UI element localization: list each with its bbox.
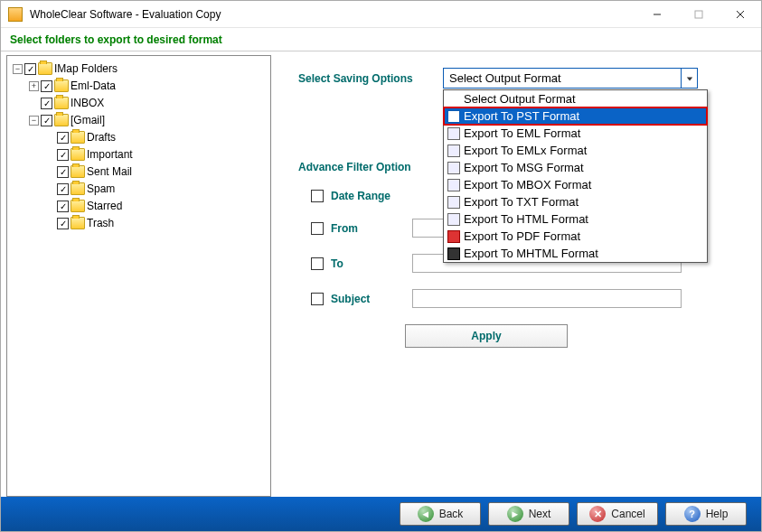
- collapse-icon[interactable]: −: [29, 116, 39, 126]
- spacer: [29, 98, 39, 108]
- tree-item-gmail[interactable]: − ✓ [Gmail]: [29, 112, 267, 128]
- checkbox[interactable]: ✓: [41, 98, 52, 109]
- app-icon: [8, 7, 23, 22]
- folder-icon: [71, 217, 85, 229]
- folder-icon: [38, 62, 52, 75]
- help-icon: ?: [684, 506, 701, 522]
- checkbox[interactable]: ✓: [57, 132, 69, 144]
- folder-icon: [71, 182, 85, 195]
- checkbox[interactable]: ✓: [57, 149, 69, 161]
- option-msg[interactable]: Export To MSG Format: [444, 159, 707, 176]
- eml-icon: [447, 127, 460, 140]
- emlx-icon: [447, 145, 460, 157]
- collapse-icon[interactable]: −: [13, 64, 23, 74]
- titlebar: WholeClear Software - Evaluation Copy: [1, 1, 761, 28]
- option-pst[interactable]: Export To PST Format: [444, 107, 707, 125]
- output-format-dropdown[interactable]: Select Output Format Export To PST Forma…: [443, 89, 708, 263]
- folder-tree-panel[interactable]: − ✓ IMap Folders + ✓ Eml-Data: [6, 55, 271, 497]
- folder-icon: [54, 79, 69, 92]
- back-button[interactable]: ◄Back: [400, 502, 481, 526]
- msg-icon: [447, 162, 460, 174]
- folder-icon: [71, 131, 85, 144]
- cancel-icon: ✕: [589, 506, 606, 522]
- tree-item-starred[interactable]: ✓Starred: [45, 198, 267, 214]
- tree-item-inbox[interactable]: ✓ INBOX: [29, 95, 267, 111]
- svg-rect-1: [695, 11, 702, 18]
- svg-marker-4: [686, 77, 691, 80]
- chevron-down-icon[interactable]: [681, 69, 697, 88]
- txt-icon: [447, 196, 460, 209]
- from-label: From: [331, 222, 412, 235]
- window-title: WholeClear Software - Evaluation Copy: [30, 8, 636, 21]
- next-icon: ►: [507, 506, 523, 522]
- cancel-button[interactable]: ✕Cancel: [577, 502, 658, 526]
- option-mbox[interactable]: Export To MBOX Format: [444, 176, 707, 193]
- expand-icon[interactable]: +: [29, 81, 39, 91]
- checkbox[interactable]: ✓: [24, 63, 36, 75]
- option-mhtml[interactable]: Export To MHTML Format: [444, 245, 707, 262]
- folder-icon: [54, 97, 69, 109]
- tree-item-trash[interactable]: ✓Trash: [45, 215, 267, 231]
- form-panel: Select Saving Options Select Output Form…: [271, 51, 761, 497]
- tree-item-important[interactable]: ✓Important: [45, 146, 267, 163]
- checkbox[interactable]: ✓: [41, 80, 52, 92]
- pst-icon: [447, 110, 460, 123]
- subject-checkbox[interactable]: [311, 293, 324, 305]
- to-checkbox[interactable]: [311, 257, 324, 270]
- tree-root[interactable]: − ✓ IMap Folders: [13, 61, 267, 77]
- to-label: To: [331, 257, 412, 270]
- checkbox[interactable]: ✓: [57, 201, 69, 212]
- option-eml[interactable]: Export To EML Format: [444, 125, 707, 142]
- output-format-combo[interactable]: Select Output Format: [443, 68, 698, 89]
- option-header[interactable]: Select Output Format: [444, 90, 707, 107]
- option-html[interactable]: Export To HTML Format: [444, 210, 707, 228]
- checkbox[interactable]: ✓: [57, 183, 69, 195]
- checkbox[interactable]: ✓: [57, 166, 69, 178]
- checkbox[interactable]: ✓: [57, 218, 69, 229]
- combo-value: Select Output Format: [444, 71, 681, 85]
- folder-icon: [71, 200, 85, 212]
- folder-icon: [71, 165, 85, 178]
- mhtml-icon: [447, 247, 460, 260]
- folder-icon: [71, 148, 85, 161]
- tree-item-drafts[interactable]: ✓Drafts: [45, 129, 267, 145]
- option-txt[interactable]: Export To TXT Format: [444, 193, 707, 210]
- html-icon: [447, 213, 460, 226]
- minimize-button[interactable]: [636, 1, 678, 28]
- subject-label: Subject: [331, 293, 412, 305]
- pdf-icon: [447, 230, 460, 243]
- option-pdf[interactable]: Export To PDF Format: [444, 228, 707, 245]
- mbox-icon: [447, 179, 460, 191]
- main-area: − ✓ IMap Folders + ✓ Eml-Data: [1, 51, 761, 497]
- tree-item-spam[interactable]: ✓Spam: [45, 181, 267, 197]
- tree-item-emldata[interactable]: + ✓ Eml-Data: [29, 78, 267, 94]
- help-button[interactable]: ?Help: [665, 502, 747, 526]
- date-range-label: Date Range: [331, 190, 412, 202]
- checkbox[interactable]: ✓: [41, 115, 52, 126]
- saving-options-label: Select Saving Options: [298, 72, 443, 85]
- subject-input[interactable]: [412, 289, 682, 308]
- option-emlx[interactable]: Export To EMLx Format: [444, 142, 707, 159]
- apply-button[interactable]: Apply: [405, 324, 568, 348]
- maximize-button[interactable]: [678, 1, 720, 28]
- date-range-checkbox[interactable]: [311, 190, 324, 202]
- from-checkbox[interactable]: [311, 222, 324, 235]
- folder-icon: [54, 114, 69, 126]
- back-icon: ◄: [418, 506, 434, 522]
- footer-bar: ◄Back ►Next ✕Cancel ?Help: [1, 497, 761, 531]
- tree-item-sentmail[interactable]: ✓Sent Mail: [45, 163, 267, 180]
- header-instruction: Select folders to export to desired form…: [1, 28, 761, 51]
- next-button[interactable]: ►Next: [488, 502, 569, 526]
- close-button[interactable]: [720, 1, 761, 28]
